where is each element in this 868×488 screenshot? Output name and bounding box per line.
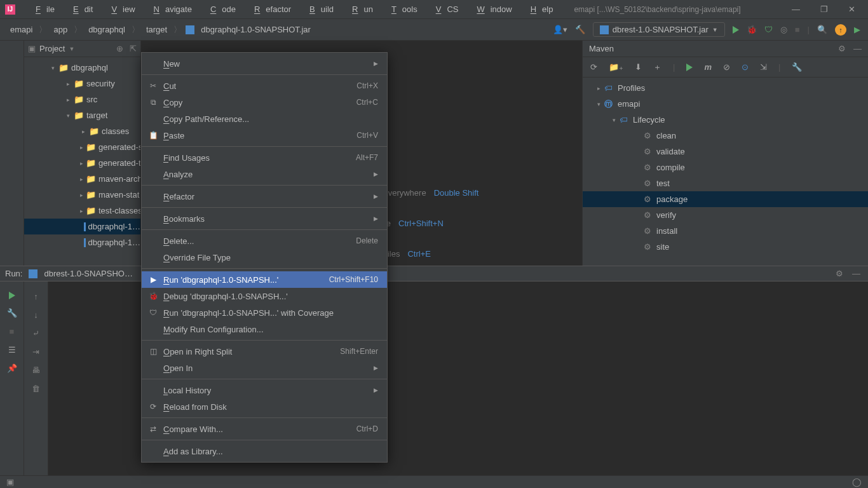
stop-icon[interactable]: ■ bbox=[10, 327, 15, 336]
maven-item[interactable]: compile bbox=[583, 159, 868, 175]
dropdown-icon[interactable]: ▼ bbox=[69, 46, 74, 52]
menu-view[interactable]: View bbox=[100, 2, 140, 17]
ctx-local-history[interactable]: Local History▶ bbox=[142, 382, 387, 398]
ctx-find-usages[interactable]: Find UsagesAlt+F7 bbox=[142, 149, 387, 166]
print-icon[interactable]: 🖶 bbox=[32, 365, 40, 375]
menu-edit[interactable]: Edit bbox=[62, 2, 98, 17]
expand-icon[interactable]: ⇱ bbox=[130, 44, 137, 53]
stop-icon[interactable]: ■ bbox=[795, 25, 800, 34]
ctx-override-file-type[interactable]: Override File Type bbox=[142, 249, 387, 266]
ctx-run-dbgraphql-1-0-snapsh-with-coverage[interactable]: 🛡Run 'dbgraphql-1.0-SNAPSH...' with Cove… bbox=[142, 304, 387, 321]
ctx-run-dbgraphql-1-0-snapsh[interactable]: ▶Run 'dbgraphql-1.0-SNAPSH...'Ctrl+Shift… bbox=[142, 271, 387, 288]
maven-item[interactable]: clean bbox=[583, 128, 868, 144]
ctx-open-in[interactable]: Open In▶ bbox=[142, 360, 387, 376]
wrench-icon[interactable]: 🔧 bbox=[7, 308, 17, 318]
project-item[interactable]: ▸📁maven-arch… bbox=[24, 171, 140, 187]
project-item[interactable]: ▸📁src bbox=[24, 92, 140, 107]
maven-item[interactable]: ▾🏷Lifecycle bbox=[583, 112, 868, 128]
down-icon[interactable]: ↓ bbox=[34, 310, 38, 320]
project-item[interactable]: ▸📁test-classes bbox=[24, 203, 140, 219]
hammer-icon[interactable]: 🔨 bbox=[575, 25, 585, 34]
ctx-reload-from-disk[interactable]: ⟳Reload from Disk bbox=[142, 398, 387, 415]
search-icon[interactable]: 🔍 bbox=[817, 25, 827, 34]
coverage-icon[interactable]: 🛡 bbox=[764, 25, 773, 34]
download-icon[interactable]: ⬇ bbox=[635, 62, 642, 72]
ctx-open-in-right-split[interactable]: ◫Open in Right SplitShift+Enter bbox=[142, 343, 387, 360]
hide-icon[interactable]: — bbox=[853, 44, 862, 53]
maven-item[interactable]: ▸🏷Profiles bbox=[583, 80, 868, 96]
breadcrumb-item[interactable]: target bbox=[144, 24, 170, 36]
project-item[interactable]: dbgraphql-1… bbox=[24, 219, 140, 234]
menu-refactor[interactable]: Refactor bbox=[243, 2, 297, 17]
ctx-copy-path-reference[interactable]: Copy Path/Reference... bbox=[142, 111, 387, 127]
wrap-icon[interactable]: ⤶ bbox=[32, 329, 39, 338]
codewithme-icon[interactable]: ▶ bbox=[854, 25, 860, 34]
debug-icon[interactable]: 🐞 bbox=[747, 25, 757, 34]
skip-tests-icon[interactable]: ⊘ bbox=[723, 62, 730, 72]
ctx-paste[interactable]: 📋PasteCtrl+V bbox=[142, 127, 387, 144]
scroll-icon[interactable]: ⇥ bbox=[32, 347, 39, 356]
maven-item[interactable]: validate bbox=[583, 144, 868, 159]
menu-build[interactable]: Build bbox=[298, 2, 339, 17]
project-item[interactable]: ▾📁target bbox=[24, 107, 140, 123]
settings-icon[interactable]: ⚙ bbox=[836, 269, 843, 278]
offline-icon[interactable]: ⊙ bbox=[742, 62, 749, 72]
breadcrumb-item[interactable]: app bbox=[51, 24, 70, 36]
breadcrumb-item[interactable]: dbgraphql-1.0-SNAPSHOT.jar bbox=[198, 24, 313, 36]
menu-help[interactable]: Help bbox=[519, 2, 559, 17]
ctx-delete[interactable]: Delete...Delete bbox=[142, 233, 387, 249]
project-item[interactable]: ▸📁generated-s… bbox=[24, 139, 140, 155]
ctx-bookmarks[interactable]: Bookmarks▶ bbox=[142, 210, 387, 227]
toolwindow-icon[interactable]: ▣ bbox=[6, 477, 14, 487]
menu-tools[interactable]: Tools bbox=[380, 2, 423, 17]
breadcrumb-item[interactable]: dbgraphql bbox=[86, 24, 128, 36]
add-icon[interactable]: ＋ bbox=[653, 62, 661, 73]
menu-vcs[interactable]: VCS bbox=[424, 2, 465, 17]
ide-update-badge[interactable]: ↑ bbox=[835, 24, 846, 36]
project-item[interactable]: dbgraphql-1… bbox=[24, 234, 140, 250]
ctx-modify-run-configuration[interactable]: Modify Run Configuration... bbox=[142, 321, 387, 337]
m-icon[interactable]: m bbox=[704, 62, 712, 72]
close-icon[interactable]: ✕ bbox=[848, 4, 855, 14]
maven-item[interactable]: install bbox=[583, 223, 868, 239]
settings-icon[interactable]: ⚙ bbox=[838, 44, 846, 53]
wrench-icon[interactable]: 🔧 bbox=[792, 62, 802, 72]
maven-item[interactable]: test bbox=[583, 175, 868, 191]
ctx-analyze[interactable]: Analyze▶ bbox=[142, 166, 387, 182]
rerun-icon[interactable] bbox=[9, 292, 15, 299]
ctx-debug-dbgraphql-1-0-snapsh[interactable]: 🐞Debug 'dbgraphql-1.0-SNAPSH...' bbox=[142, 288, 387, 304]
menu-window[interactable]: Window bbox=[465, 2, 517, 17]
user-icon[interactable]: 👤▾ bbox=[553, 25, 567, 34]
ctx-copy[interactable]: ⧉CopyCtrl+C bbox=[142, 94, 387, 111]
run-config-selector[interactable]: dbrest-1.0-SNAPSHOT.jar ▼ bbox=[593, 22, 725, 37]
clear-icon[interactable]: 🗑 bbox=[32, 384, 40, 393]
maven-item[interactable]: site bbox=[583, 239, 868, 255]
pin-icon[interactable]: 📌 bbox=[7, 363, 17, 373]
ctx-cut[interactable]: ✂CutCtrl+X bbox=[142, 78, 387, 94]
layout-icon[interactable]: ☰ bbox=[8, 345, 16, 355]
breadcrumb-item[interactable]: emapi bbox=[8, 24, 35, 36]
run-icon[interactable] bbox=[733, 26, 739, 34]
menu-navigate[interactable]: Navigate bbox=[142, 2, 198, 17]
run-maven-icon[interactable] bbox=[686, 64, 693, 71]
ctx-add-as-library[interactable]: Add as Library... bbox=[142, 443, 387, 459]
maven-item[interactable]: package bbox=[583, 191, 868, 207]
ctx-refactor[interactable]: Refactor▶ bbox=[142, 188, 387, 205]
up-icon[interactable]: ↑ bbox=[34, 292, 38, 301]
menu-file[interactable]: File bbox=[24, 2, 60, 17]
reload-icon[interactable]: ⟳ bbox=[590, 62, 597, 72]
menu-run[interactable]: Run bbox=[341, 2, 379, 17]
menu-code[interactable]: Code bbox=[199, 2, 241, 17]
collapse-icon[interactable]: ⇲ bbox=[760, 62, 767, 72]
profile-icon[interactable]: ◎ bbox=[780, 25, 787, 34]
maximize-icon[interactable]: ❐ bbox=[820, 4, 828, 14]
maven-item[interactable]: ▾ⓜemapi bbox=[583, 96, 868, 112]
ctx-compare-with[interactable]: ⇄Compare With...Ctrl+D bbox=[142, 421, 387, 437]
status-right-icon[interactable]: ◯ bbox=[852, 477, 862, 487]
maven-item[interactable]: verify bbox=[583, 207, 868, 223]
minimize-icon[interactable]: — bbox=[792, 4, 800, 14]
project-item[interactable]: ▸📁generated-t… bbox=[24, 155, 140, 171]
locate-icon[interactable]: ⊕ bbox=[116, 44, 123, 53]
generate-icon[interactable]: 📁₊ bbox=[609, 62, 623, 72]
hide-icon[interactable]: — bbox=[852, 269, 860, 278]
